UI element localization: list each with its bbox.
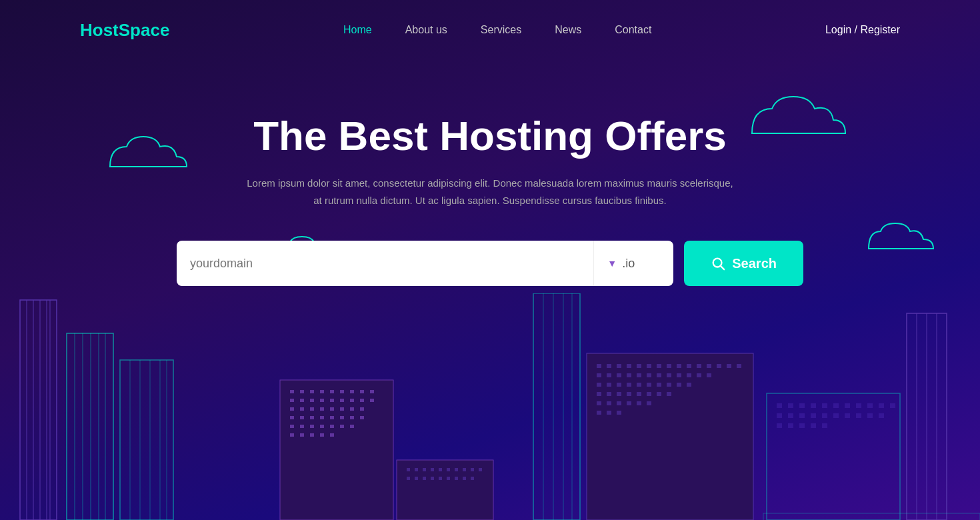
svg-rect-30 — [290, 399, 294, 402]
chevron-down-icon: ▼ — [607, 258, 617, 269]
svg-rect-178 — [763, 513, 980, 520]
svg-rect-36 — [350, 399, 354, 402]
nav-services[interactable]: Services — [481, 24, 521, 35]
svg-rect-85 — [463, 477, 466, 480]
hero-section: The Best Hosting Offers Lorem ipsum dolo… — [0, 60, 980, 286]
svg-rect-54 — [360, 416, 364, 419]
svg-rect-43 — [330, 407, 334, 411]
nav-about[interactable]: About us — [405, 24, 447, 35]
search-icon — [711, 256, 725, 271]
svg-rect-87 — [533, 293, 580, 520]
svg-rect-164 — [833, 413, 839, 418]
logo-part1: Host — [80, 20, 119, 40]
svg-rect-2 — [20, 300, 57, 520]
svg-rect-56 — [300, 425, 304, 428]
domain-search-input[interactable] — [190, 257, 580, 271]
svg-rect-31 — [300, 399, 304, 402]
svg-rect-84 — [455, 477, 458, 480]
cityscape-illustration — [0, 293, 980, 520]
svg-rect-40 — [300, 407, 304, 411]
svg-rect-29 — [370, 390, 374, 393]
svg-rect-173 — [822, 423, 827, 428]
svg-rect-86 — [471, 477, 474, 480]
svg-rect-142 — [637, 401, 641, 405]
svg-rect-118 — [697, 373, 701, 377]
svg-rect-81 — [431, 477, 434, 480]
nav-news[interactable]: News — [555, 24, 581, 35]
search-bar: ▼ .io Search — [177, 241, 803, 286]
svg-rect-83 — [447, 477, 450, 480]
svg-rect-14 — [120, 360, 173, 520]
svg-rect-96 — [627, 364, 631, 368]
svg-rect-116 — [677, 373, 681, 377]
svg-rect-104 — [707, 364, 711, 368]
svg-rect-73 — [447, 468, 450, 471]
svg-rect-135 — [647, 392, 651, 396]
hero-subtitle: Lorem ipsum dolor sit amet, consectetur … — [243, 175, 737, 209]
svg-rect-65 — [320, 433, 324, 437]
svg-rect-131 — [607, 392, 611, 396]
svg-rect-66 — [330, 433, 334, 437]
svg-rect-133 — [627, 392, 631, 396]
svg-rect-112 — [637, 373, 641, 377]
svg-rect-99 — [657, 364, 661, 368]
svg-rect-22 — [300, 390, 304, 393]
svg-rect-52 — [340, 416, 344, 419]
svg-rect-117 — [687, 373, 691, 377]
svg-rect-57 — [310, 425, 314, 428]
tld-selector[interactable]: ▼ .io — [593, 241, 673, 286]
svg-rect-94 — [607, 364, 611, 368]
nav-auth: Login / Register — [825, 24, 900, 36]
svg-rect-113 — [647, 373, 651, 377]
svg-rect-75 — [463, 468, 466, 471]
svg-rect-50 — [320, 416, 324, 419]
svg-rect-62 — [290, 433, 294, 437]
svg-rect-103 — [697, 364, 701, 368]
svg-rect-171 — [799, 423, 805, 428]
svg-rect-27 — [350, 390, 354, 393]
login-register-link[interactable]: Login / Register — [825, 24, 900, 35]
svg-rect-64 — [310, 433, 314, 437]
svg-rect-69 — [415, 468, 418, 471]
svg-rect-48 — [300, 416, 304, 419]
svg-rect-159 — [777, 413, 782, 418]
nav-home[interactable]: Home — [343, 24, 372, 35]
svg-rect-128 — [677, 383, 681, 387]
svg-rect-82 — [439, 477, 442, 480]
svg-rect-122 — [617, 383, 621, 387]
svg-rect-137 — [667, 392, 671, 396]
svg-rect-63 — [300, 433, 304, 437]
tld-value: .io — [622, 257, 635, 271]
svg-rect-41 — [310, 407, 314, 411]
svg-rect-106 — [727, 364, 731, 368]
svg-rect-33 — [320, 399, 324, 402]
svg-rect-39 — [290, 407, 294, 411]
svg-rect-8 — [67, 333, 113, 520]
svg-rect-98 — [647, 364, 651, 368]
svg-rect-143 — [647, 401, 651, 405]
svg-rect-108 — [597, 373, 601, 377]
svg-rect-92 — [587, 353, 753, 520]
svg-rect-34 — [330, 399, 334, 402]
svg-rect-141 — [627, 401, 631, 405]
svg-rect-100 — [667, 364, 671, 368]
svg-rect-155 — [856, 403, 861, 408]
svg-rect-151 — [811, 403, 816, 408]
svg-rect-168 — [879, 413, 884, 418]
svg-rect-153 — [833, 403, 839, 408]
svg-rect-163 — [822, 413, 827, 418]
svg-rect-24 — [320, 390, 324, 393]
svg-rect-45 — [350, 407, 354, 411]
search-button[interactable]: Search — [684, 241, 803, 286]
svg-rect-97 — [637, 364, 641, 368]
svg-rect-21 — [290, 390, 294, 393]
svg-rect-167 — [867, 413, 873, 418]
svg-rect-101 — [677, 364, 681, 368]
svg-rect-125 — [647, 383, 651, 387]
navbar: HostSpace Home About us Services News Co… — [0, 0, 980, 60]
svg-rect-138 — [597, 401, 601, 405]
search-input-wrap — [177, 241, 593, 286]
nav-contact[interactable]: Contact — [615, 24, 651, 35]
svg-rect-121 — [607, 383, 611, 387]
svg-rect-80 — [423, 477, 426, 480]
